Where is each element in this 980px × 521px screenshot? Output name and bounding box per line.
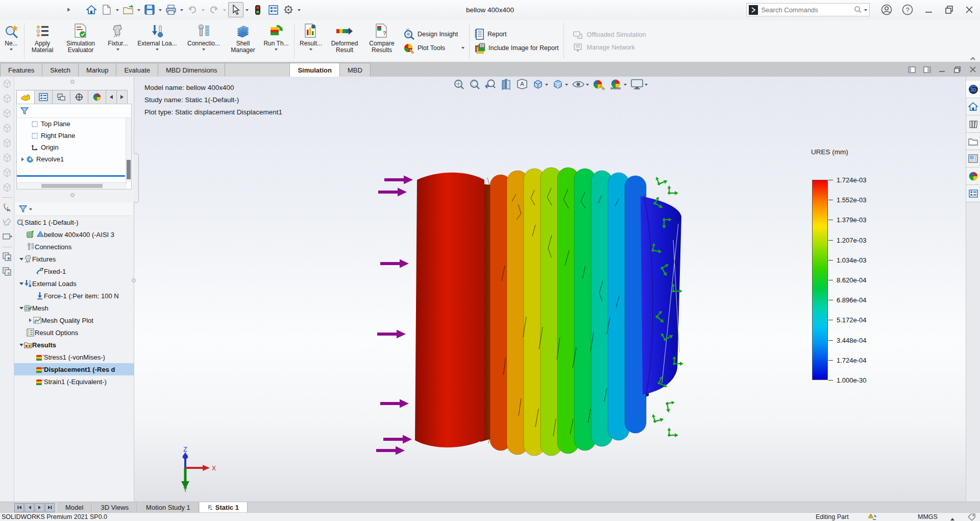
apply-material-button[interactable]: Apply Material [26,20,59,62]
minimize-button[interactable] [921,3,937,16]
tab-features[interactable]: Features [0,63,42,77]
units-caret[interactable] [950,516,954,520]
study-item-fixed1[interactable]: Fixed-1 [14,265,134,277]
connections-advisor-button[interactable]: Connectio... [181,20,226,62]
taskpane-file-explorer-button[interactable] [966,133,980,150]
view-orientation-button[interactable] [532,78,548,90]
rollback-bar[interactable] [17,175,125,177]
tab-scroll-last[interactable] [45,503,55,512]
study-item-mesh-quality[interactable]: Mesh Quality Plot [14,314,134,326]
print-button[interactable] [164,3,178,17]
tree-vertical-scrollbar[interactable] [126,118,131,182]
tags-icon[interactable] [968,513,976,520]
study-item-strain1[interactable]: ε Strain1 (-Equivalent-) [14,375,134,388]
run-study-button[interactable]: Run Th... [260,20,292,62]
apply-scene-button[interactable] [609,78,627,90]
doc-close-button[interactable] [968,64,978,75]
tab-dimxpertmanager[interactable] [70,90,88,104]
ref-cube-icon[interactable] [2,138,12,148]
zoom-to-fit-button[interactable] [453,78,465,90]
ribbon-collapse-button[interactable] [970,57,976,61]
open-button[interactable] [121,3,135,17]
graphics-viewport[interactable]: A Model name: bellow 400x400 Study name:… [134,77,966,502]
simulation-evaluator-button[interactable]: Simulation Evaluator [59,20,103,62]
expand-arrow[interactable] [28,318,33,322]
tab-mbd-dimensions[interactable]: MBD Dimensions [158,63,225,77]
ref-cube-icon[interactable] [2,123,12,133]
feature-tree-filter[interactable] [17,104,131,118]
tab-evaluate[interactable]: Evaluate [116,63,158,77]
search-commands-box[interactable] [746,3,870,16]
layers-tool-icon[interactable] [2,252,12,262]
tab-scroll-first[interactable] [14,503,24,512]
doc-minimize-button[interactable] [937,64,947,75]
select-tool-button[interactable] [228,2,243,17]
undo-dropdown[interactable] [201,3,206,17]
tab-configurationmanager[interactable] [52,90,70,104]
hide-show-items-button[interactable] [572,79,589,90]
panel-grip[interactable] [70,80,75,84]
restore-button[interactable] [942,3,957,16]
save-dropdown[interactable] [158,3,163,17]
study-item-fixtures[interactable]: Fixtures [14,253,134,265]
design-insight-button[interactable]: Design Insight [403,29,464,40]
new-sketch-tool-icon[interactable] [2,202,12,212]
tree-item-origin[interactable]: Origin [17,141,131,153]
tab-propertymanager[interactable] [34,90,53,104]
settings-button[interactable] [281,3,296,17]
section-view-button[interactable] [500,78,512,90]
tree-horizontal-scrollbar[interactable] [17,182,127,189]
tab-featuremanager-tree[interactable] [16,90,35,104]
compare-results-button[interactable]: ? Compare Results [363,20,400,62]
open-dropdown[interactable] [136,3,141,17]
previous-view-button[interactable] [484,78,497,90]
new-document-dropdown[interactable] [115,3,120,17]
select-dropdown[interactable] [244,3,250,17]
plot-tools-button[interactable]: Plot Tools [403,42,464,54]
redo-dropdown[interactable] [222,3,227,17]
display-style-button[interactable] [552,78,568,90]
tab-scroll-prev[interactable] [24,503,34,512]
taskpane-home-button[interactable] [966,98,980,115]
close-button[interactable] [962,3,977,16]
search-input[interactable] [760,6,852,14]
fm-tab-scroll-left[interactable] [106,90,117,104]
new-study-button[interactable]: Ne... [0,20,22,62]
rebuild-warning-icon[interactable]: ! [868,513,877,520]
sketch-edit-tool-icon[interactable] [2,217,12,227]
ref-cube-icon[interactable] [2,93,12,104]
options-list-button[interactable] [266,3,280,17]
tab-scroll-next[interactable] [35,503,44,512]
home-button[interactable] [84,3,99,17]
report-button[interactable]: Report [474,29,559,40]
account-button[interactable] [879,3,894,16]
doctab-static-1[interactable]: Static 1 [199,502,248,513]
study-item-results[interactable]: Results [14,339,134,351]
stoplight-button[interactable] [251,3,265,17]
study-item-stress1[interactable]: σ Stress1 (-vonMises-) [14,351,134,363]
collapse-arrow[interactable] [18,305,24,312]
fm-tab-scroll-right[interactable] [116,90,128,104]
deformed-result-button[interactable]: Deformed Result [326,20,363,62]
tab-mbd[interactable]: MBD [339,63,371,77]
toolbar-flyout-arrow[interactable] [65,5,72,14]
tab-simulation[interactable]: Simulation [289,63,339,77]
tab-markup[interactable]: Markup [78,63,116,77]
expand-arrow[interactable] [20,157,26,161]
study-item-result-options[interactable]: Result Options [14,326,134,339]
study-tree-filter[interactable] [15,202,133,216]
zoom-to-area-button[interactable] [469,78,481,90]
doctab-model[interactable]: Model [57,502,92,513]
pane-split-left-button[interactable] [906,64,917,75]
display-tool-icon[interactable] [2,232,12,242]
collapse-arrow[interactable] [18,256,24,263]
study-item-force1[interactable]: Force-1 (:Per item: 100 N [14,290,134,302]
panel-flyout-handle[interactable] [134,153,139,203]
view-settings-button[interactable] [630,78,648,90]
help-button[interactable]: ? [900,3,915,16]
redo-button[interactable] [207,3,221,17]
panel-splitter-grip[interactable] [132,278,136,282]
study-item-static1[interactable]: Static 1 (-Default-) [14,216,134,228]
ref-cube-icon[interactable] [2,153,12,163]
new-document-button[interactable] [100,3,114,17]
